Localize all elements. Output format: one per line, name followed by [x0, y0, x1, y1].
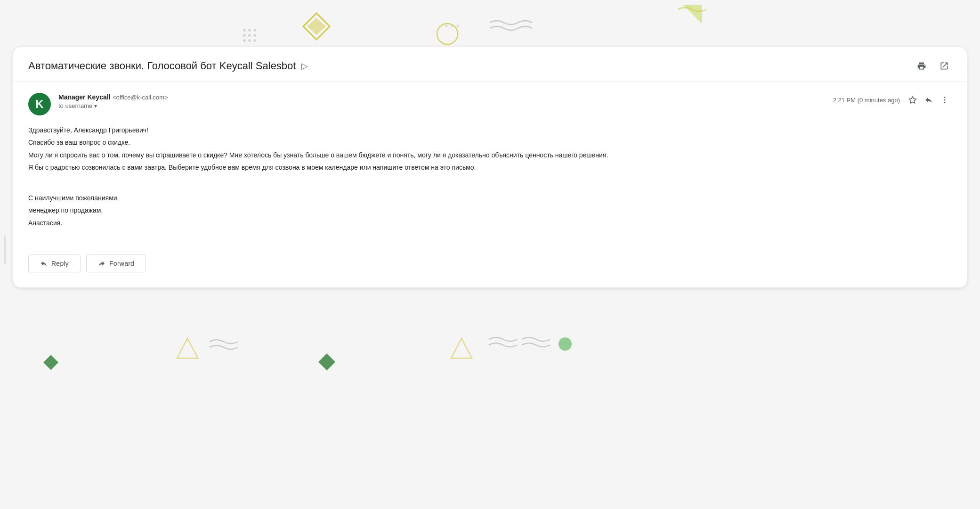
body-line-3: Могу ли я спросить вас о том, почему вы …: [28, 150, 952, 160]
svg-point-0: [243, 29, 246, 32]
forward-button[interactable]: Forward: [86, 254, 146, 272]
subject-right: [914, 58, 952, 74]
forward-button-label: Forward: [109, 260, 134, 267]
svg-point-2: [253, 29, 256, 32]
body-line-1: Здравствуйте, Александр Григорьевич!: [28, 125, 952, 135]
svg-point-23: [944, 102, 946, 103]
svg-point-11: [437, 24, 458, 44]
svg-marker-18: [318, 353, 335, 370]
email-card: Автоматические звонки. Голосовой бот Key…: [13, 47, 967, 287]
svg-point-5: [253, 34, 256, 37]
body-line-4: Я бы с радостью созвонилась с вами завтр…: [28, 162, 952, 172]
reply-button[interactable]: Reply: [28, 254, 81, 272]
svg-point-13: [456, 25, 459, 27]
body-line-7: Анастасия.: [28, 218, 952, 228]
svg-point-7: [248, 39, 251, 42]
svg-point-6: [243, 39, 246, 42]
svg-marker-17: [177, 338, 198, 358]
meta-icons: [906, 93, 952, 107]
svg-marker-9: [303, 13, 330, 40]
subject-left: Автоматические звонки. Голосовой бот Key…: [28, 60, 308, 72]
svg-point-12: [451, 25, 454, 27]
svg-point-14: [445, 25, 448, 27]
svg-marker-15: [683, 5, 702, 24]
chevron-down-icon: ▾: [94, 103, 97, 109]
svg-point-22: [944, 99, 946, 101]
message-header: K Manager Keycall <office@k-call.com> to…: [28, 93, 952, 115]
body-line-5: С наилучшими пожеланиями,: [28, 193, 952, 203]
message-meta: 2:21 PM (0 minutes ago): [833, 93, 952, 107]
label-icon: ▷: [301, 61, 308, 71]
svg-point-1: [248, 29, 251, 32]
svg-point-4: [248, 34, 251, 37]
more-options-button[interactable]: [938, 93, 952, 107]
print-button[interactable]: [914, 58, 929, 74]
reply-icon-button[interactable]: [922, 93, 936, 107]
svg-point-20: [559, 337, 572, 351]
sender-info: K Manager Keycall <office@k-call.com> to…: [28, 93, 168, 115]
avatar: K: [28, 93, 51, 115]
svg-marker-19: [451, 338, 472, 358]
to-username[interactable]: to username ▾: [58, 102, 168, 109]
to-username-text: to username: [58, 102, 92, 109]
subject-text: Автоматические звонки. Голосовой бот Key…: [28, 60, 296, 72]
sender-details: Manager Keycall <office@k-call.com> to u…: [58, 93, 168, 109]
timestamp: 2:21 PM (0 minutes ago): [833, 97, 900, 104]
svg-marker-10: [307, 18, 326, 35]
email-message: K Manager Keycall <office@k-call.com> to…: [13, 82, 967, 245]
svg-point-3: [243, 34, 246, 37]
email-subject-bar: Автоматические звонки. Голосовой бот Key…: [13, 47, 967, 82]
avatar-letter: K: [35, 98, 43, 111]
action-buttons: Reply Forward: [13, 245, 967, 287]
body-line-2: Спасибо за ваш вопрос о скидке.: [28, 137, 952, 148]
svg-point-21: [944, 97, 946, 98]
scroll-indicator: [4, 236, 6, 264]
body-gap: [28, 175, 952, 185]
body-line-6: менеджер по продажам,: [28, 205, 952, 215]
sender-name-row: Manager Keycall <office@k-call.com>: [58, 93, 168, 101]
star-button[interactable]: [906, 93, 920, 107]
sender-name: Manager Keycall: [58, 93, 111, 101]
sender-email: <office@k-call.com>: [113, 94, 168, 101]
reply-button-label: Reply: [51, 260, 69, 267]
email-body: Здравствуйте, Александр Григорьевич! Спа…: [28, 125, 952, 245]
svg-marker-16: [43, 355, 58, 370]
svg-point-8: [253, 39, 256, 42]
popout-button[interactable]: [937, 58, 952, 74]
